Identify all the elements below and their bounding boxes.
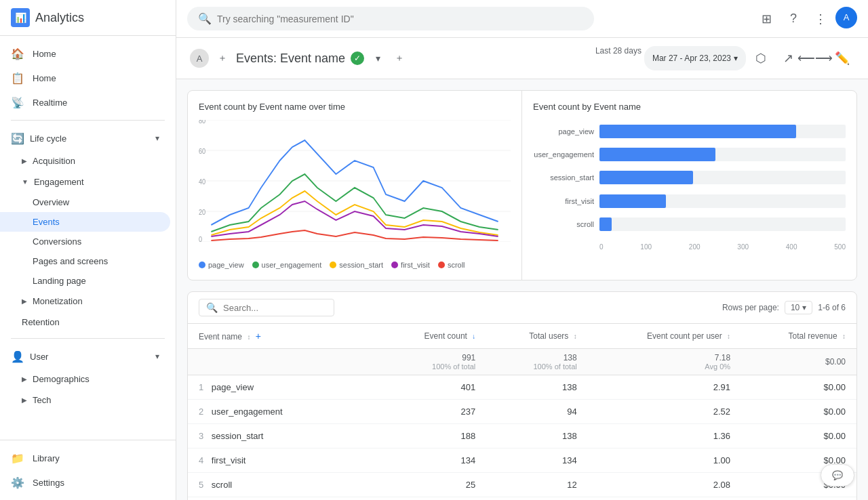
monetization-expand-icon: ▶: [22, 297, 27, 305]
bar-axis-0: 0: [599, 243, 604, 251]
charts-section: Event count by Event name over time 80 6…: [187, 90, 857, 280]
col-event-count-label: Event count: [425, 331, 467, 341]
sidebar-nav: 🏠 Home 📋 Home 📡 Realtime 🔄 Life cycle ▾ …: [0, 36, 176, 440]
row2-total-users: 94: [486, 400, 587, 424]
sidebar-item-overview[interactable]: Overview: [0, 192, 170, 212]
sidebar-item-library[interactable]: 📁 Library: [0, 446, 170, 470]
sidebar-item-home[interactable]: 🏠 Home: [0, 41, 170, 66]
legend-label-first-visit: first_visit: [401, 261, 430, 269]
row2-num: 2: [199, 407, 203, 417]
topbar: 🔍 ⊞ ? ⋮ A: [176, 0, 868, 38]
bar-label-session-start: session_start: [533, 173, 594, 182]
legend-dot-session-start: [330, 262, 336, 268]
row1-link[interactable]: page_view: [212, 382, 254, 392]
row2-event-name: 2 user_engagement: [188, 400, 380, 424]
sort-total-users-icon[interactable]: ↕: [574, 333, 577, 340]
legend-label-session-start: session_start: [339, 261, 383, 269]
edit-icon-button[interactable]: ✏️: [830, 46, 854, 70]
date-range-chip[interactable]: Mar 27 - Apr 23, 2023 ▾: [644, 46, 746, 70]
row1-num: 1: [199, 382, 203, 392]
table-toolbar: 🔍 Rows per page: 10 ▾ 1-6 of 6: [188, 292, 856, 324]
col-event-name: Event name ↕ +: [188, 324, 380, 349]
tech-expand-icon: ▶: [22, 396, 27, 404]
retention-label: Retention: [22, 317, 60, 327]
monetization-label: Monetization: [33, 296, 83, 306]
add-comparison-button[interactable]: ＋: [214, 50, 231, 66]
apps-icon-button[interactable]: ⊞: [754, 7, 778, 31]
table-search-input[interactable]: [223, 303, 304, 313]
topbar-icons: ⊞ ? ⋮ A: [754, 7, 857, 31]
bar-label-first-visit: first_visit: [533, 197, 594, 205]
bar-track-user-engagement: [599, 148, 846, 161]
bar-fill-scroll: [599, 217, 612, 231]
rows-per-page-label: Rows per page:: [722, 303, 779, 312]
table-search-box[interactable]: 🔍: [199, 299, 334, 316]
sort-event-count-icon[interactable]: ↓: [472, 333, 475, 340]
more-icon-button[interactable]: ⋮: [808, 7, 833, 31]
filter-dropdown-button[interactable]: ▾: [370, 50, 386, 66]
retention-header[interactable]: Retention: [0, 312, 170, 333]
summary-total-users: 138 100% of total: [486, 349, 587, 375]
sort-event-name-icon[interactable]: ↕: [247, 333, 250, 341]
lifecycle-label: Life cycle: [30, 133, 66, 144]
search-input[interactable]: [217, 14, 583, 24]
engagement-header[interactable]: ▼ Engagement: [0, 171, 170, 192]
share-icon-button[interactable]: ↗: [776, 46, 800, 70]
summary-event-count: 991 100% of total: [380, 349, 486, 375]
user-header[interactable]: 👤 User ▾: [0, 344, 170, 369]
engagement-expand-icon: ▼: [22, 178, 28, 186]
bar-row-user-engagement: user_engagement: [533, 148, 846, 161]
bar-label-page-view: page_view: [533, 127, 594, 136]
row3-link[interactable]: session_start: [212, 431, 264, 441]
account-avatar: A: [190, 49, 209, 68]
row6-event-count: 6: [380, 497, 486, 501]
add-filter-button[interactable]: ＋: [391, 50, 408, 66]
line-chart-panel: Event count by Event name over time 80 6…: [188, 91, 522, 280]
compare-icon-button[interactable]: ⟵⟶: [803, 46, 827, 70]
monetization-header[interactable]: ▶ Monetization: [0, 291, 170, 312]
row4-link[interactable]: first_visit: [212, 455, 246, 465]
sidebar-item-conversions[interactable]: Conversions: [0, 232, 170, 251]
bar-row-page-view: page_view: [533, 125, 846, 138]
sidebar-item-pages-screens[interactable]: Pages and screens: [0, 251, 170, 271]
lifecycle-header[interactable]: 🔄 Life cycle ▾: [0, 126, 170, 150]
bar-axis-500: 500: [834, 243, 846, 251]
line-chart-title: Event count by Event name over time: [199, 102, 511, 112]
row5-link[interactable]: scroll: [212, 480, 232, 490]
legend-dot-scroll: [438, 262, 445, 268]
sidebar-item-realtime[interactable]: 📡 Realtime: [0, 90, 170, 114]
sidebar-item-landing-page[interactable]: Landing page: [0, 271, 170, 291]
sort-revenue-icon[interactable]: ↕: [842, 333, 846, 340]
page-header: A ＋ Events: Event name ✓ ▾ ＋ Last 28 day…: [176, 38, 868, 79]
main-area: 🔍 ⊞ ? ⋮ A A ＋ Events: Event name ✓ ▾ ＋ L…: [176, 0, 868, 500]
sidebar-item-reports-label: Home: [33, 73, 56, 83]
acquisition-header[interactable]: ▶ Acquisition: [0, 150, 170, 171]
sidebar-item-settings[interactable]: ⚙️ Settings: [0, 470, 170, 495]
rows-per-page-select[interactable]: 10 ▾: [785, 301, 812, 314]
search-bar[interactable]: 🔍: [187, 7, 594, 30]
row2-link[interactable]: user_engagement: [212, 407, 283, 417]
help-icon-button[interactable]: ?: [781, 7, 806, 31]
sidebar-header: 📊 Analytics: [0, 0, 176, 36]
line-chart-legend: page_view user_engagement session_start …: [199, 261, 511, 269]
row6-total-users: 1: [486, 497, 587, 501]
bar-row-first-visit: first_visit: [533, 194, 846, 208]
summary-users-pct: 100% of total: [497, 362, 576, 371]
feedback-button[interactable]: 💬: [821, 464, 854, 486]
bar-chart-container: page_view user_engagement session_start: [533, 120, 846, 255]
sidebar-item-reports[interactable]: 📋 Home: [0, 66, 170, 90]
events-label: Events: [33, 217, 60, 227]
demographics-header[interactable]: ▶ Demographics: [0, 369, 170, 390]
export-icon-button[interactable]: ⬡: [749, 46, 773, 70]
sidebar-item-events[interactable]: Events: [0, 212, 170, 232]
table-row: 3 session_start 188 138 1.36 $0.00: [188, 424, 856, 449]
row2-per-user: 2.52: [588, 400, 741, 424]
tech-header[interactable]: ▶ Tech: [0, 390, 170, 411]
table-row: 4 first_visit 134 134 1.00 $0.00: [188, 449, 856, 473]
add-dimension-button[interactable]: +: [256, 331, 261, 341]
user-avatar[interactable]: A: [835, 7, 857, 28]
sort-per-user-icon[interactable]: ↕: [727, 333, 730, 340]
user-label: User: [30, 352, 48, 362]
row4-total-users: 134: [486, 449, 587, 473]
col-event-name-label: Event name: [199, 332, 242, 341]
